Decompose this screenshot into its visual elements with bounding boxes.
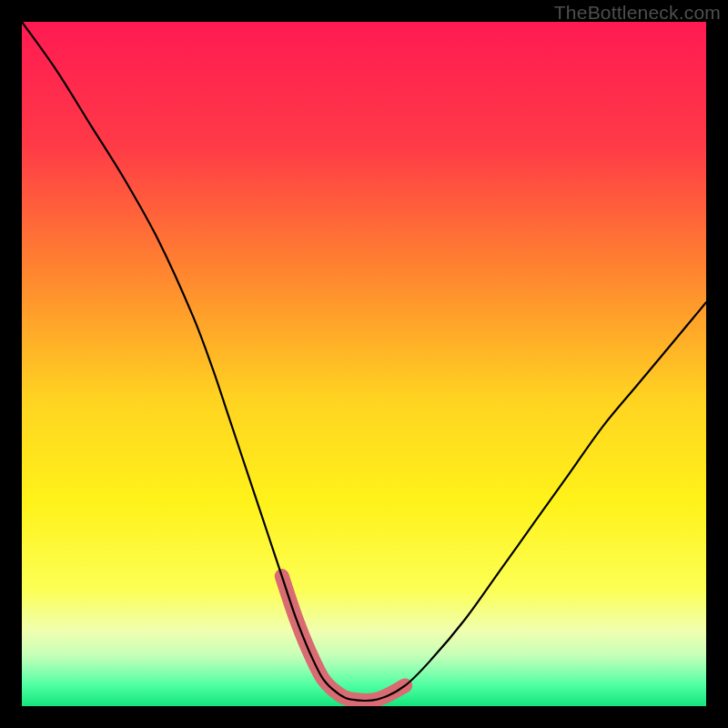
outer-frame: TheBottleneck.com <box>0 0 728 728</box>
plot-area <box>22 22 706 706</box>
bottleneck-curve <box>22 22 706 701</box>
highlight-segment <box>282 576 405 701</box>
curve-layer <box>22 22 706 706</box>
watermark-text: TheBottleneck.com <box>554 2 721 24</box>
